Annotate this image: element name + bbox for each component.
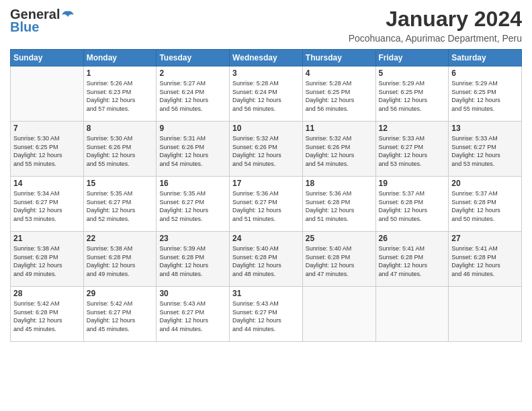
table-row: 6Sunrise: 5:29 AMSunset: 6:25 PMDaylight… (449, 66, 522, 122)
day-number: 24 (232, 234, 300, 243)
calendar-header-row: Sunday Monday Tuesday Wednesday Thursday… (11, 50, 522, 66)
day-info: Sunrise: 5:29 AMSunset: 6:25 PMDaylight:… (379, 79, 446, 113)
table-row: 9Sunrise: 5:31 AMSunset: 6:26 PMDaylight… (157, 122, 230, 177)
table-row: 23Sunrise: 5:39 AMSunset: 6:28 PMDayligh… (157, 232, 230, 287)
day-number: 9 (159, 124, 226, 133)
day-info: Sunrise: 5:30 AMSunset: 6:26 PMDaylight:… (87, 134, 154, 168)
logo: General Blue (10, 7, 75, 35)
day-number: 2 (159, 68, 226, 78)
table-row: 7Sunrise: 5:30 AMSunset: 6:25 PMDaylight… (11, 122, 84, 177)
table-row: 20Sunrise: 5:37 AMSunset: 6:28 PMDayligh… (449, 177, 522, 232)
calendar-week-row: 1Sunrise: 5:26 AMSunset: 6:23 PMDaylight… (11, 66, 522, 122)
table-row: 25Sunrise: 5:40 AMSunset: 6:28 PMDayligh… (302, 232, 375, 287)
day-number: 5 (379, 68, 446, 78)
col-thursday: Thursday (302, 50, 375, 66)
day-info: Sunrise: 5:41 AMSunset: 6:28 PMDaylight:… (379, 244, 446, 278)
day-number: 21 (13, 234, 81, 243)
day-info: Sunrise: 5:29 AMSunset: 6:25 PMDaylight:… (451, 79, 519, 113)
day-info: Sunrise: 5:26 AMSunset: 6:23 PMDaylight:… (87, 79, 154, 113)
day-number: 6 (451, 68, 519, 78)
day-info: Sunrise: 5:43 AMSunset: 6:27 PMDaylight:… (159, 300, 226, 333)
day-number: 13 (451, 124, 519, 133)
day-number: 31 (232, 289, 300, 298)
day-number: 26 (379, 234, 446, 243)
table-row: 5Sunrise: 5:29 AMSunset: 6:25 PMDaylight… (375, 66, 449, 122)
table-row: 24Sunrise: 5:40 AMSunset: 6:28 PMDayligh… (230, 232, 303, 287)
table-row (302, 287, 375, 342)
calendar-week-row: 28Sunrise: 5:42 AMSunset: 6:28 PMDayligh… (11, 287, 522, 342)
table-row: 14Sunrise: 5:34 AMSunset: 6:27 PMDayligh… (11, 177, 84, 232)
day-number: 7 (13, 124, 81, 133)
day-info: Sunrise: 5:34 AMSunset: 6:27 PMDaylight:… (13, 189, 81, 223)
day-info: Sunrise: 5:28 AMSunset: 6:24 PMDaylight:… (232, 79, 300, 113)
logo-bird-icon (61, 10, 75, 19)
calendar-table: Sunday Monday Tuesday Wednesday Thursday… (10, 49, 522, 342)
day-info: Sunrise: 5:32 AMSunset: 6:26 PMDaylight:… (306, 134, 373, 168)
day-number: 29 (87, 289, 154, 298)
table-row (449, 287, 522, 342)
day-info: Sunrise: 5:27 AMSunset: 6:24 PMDaylight:… (159, 79, 226, 113)
table-row: 12Sunrise: 5:33 AMSunset: 6:27 PMDayligh… (375, 122, 449, 177)
day-info: Sunrise: 5:40 AMSunset: 6:28 PMDaylight:… (306, 244, 373, 278)
table-row: 27Sunrise: 5:41 AMSunset: 6:28 PMDayligh… (449, 232, 522, 287)
table-row: 19Sunrise: 5:37 AMSunset: 6:28 PMDayligh… (375, 177, 449, 232)
table-row: 15Sunrise: 5:35 AMSunset: 6:27 PMDayligh… (83, 177, 157, 232)
day-number: 27 (451, 234, 519, 243)
col-monday: Monday (83, 50, 157, 66)
col-wednesday: Wednesday (230, 50, 303, 66)
day-info: Sunrise: 5:41 AMSunset: 6:28 PMDaylight:… (451, 244, 519, 278)
day-number: 12 (379, 124, 446, 133)
table-row (375, 287, 449, 342)
day-number: 28 (13, 289, 81, 298)
day-number: 18 (306, 179, 373, 188)
location-subtitle: Pocohuanca, Apurimac Department, Peru (349, 33, 522, 44)
day-info: Sunrise: 5:40 AMSunset: 6:28 PMDaylight:… (232, 244, 300, 278)
table-row: 26Sunrise: 5:41 AMSunset: 6:28 PMDayligh… (375, 232, 449, 287)
table-row: 10Sunrise: 5:32 AMSunset: 6:26 PMDayligh… (230, 122, 303, 177)
day-info: Sunrise: 5:37 AMSunset: 6:28 PMDaylight:… (379, 189, 446, 223)
table-row: 22Sunrise: 5:38 AMSunset: 6:28 PMDayligh… (83, 232, 157, 287)
day-number: 23 (159, 234, 226, 243)
day-number: 14 (13, 179, 81, 188)
day-number: 30 (159, 289, 226, 298)
day-info: Sunrise: 5:42 AMSunset: 6:28 PMDaylight:… (13, 300, 81, 333)
day-number: 19 (379, 179, 446, 188)
day-info: Sunrise: 5:28 AMSunset: 6:25 PMDaylight:… (306, 79, 373, 113)
table-row: 21Sunrise: 5:38 AMSunset: 6:28 PMDayligh… (11, 232, 84, 287)
calendar-week-row: 7Sunrise: 5:30 AMSunset: 6:25 PMDaylight… (11, 122, 522, 177)
table-row: 3Sunrise: 5:28 AMSunset: 6:24 PMDaylight… (230, 66, 303, 122)
page: General Blue January 2024 Pocohuanca, Ap… (0, 0, 532, 411)
title-block: January 2024 Pocohuanca, Apurimac Depart… (349, 7, 522, 44)
table-row: 8Sunrise: 5:30 AMSunset: 6:26 PMDaylight… (83, 122, 157, 177)
table-row: 29Sunrise: 5:42 AMSunset: 6:27 PMDayligh… (83, 287, 157, 342)
day-number: 11 (306, 124, 373, 133)
day-info: Sunrise: 5:36 AMSunset: 6:27 PMDaylight:… (232, 189, 300, 223)
day-info: Sunrise: 5:32 AMSunset: 6:26 PMDaylight:… (232, 134, 300, 168)
day-number: 15 (87, 179, 154, 188)
day-number: 25 (306, 234, 373, 243)
day-info: Sunrise: 5:36 AMSunset: 6:28 PMDaylight:… (306, 189, 373, 223)
calendar-week-row: 21Sunrise: 5:38 AMSunset: 6:28 PMDayligh… (11, 232, 522, 287)
day-info: Sunrise: 5:39 AMSunset: 6:28 PMDaylight:… (159, 244, 226, 278)
day-number: 8 (87, 124, 154, 133)
table-row: 11Sunrise: 5:32 AMSunset: 6:26 PMDayligh… (302, 122, 375, 177)
day-info: Sunrise: 5:38 AMSunset: 6:28 PMDaylight:… (87, 244, 154, 278)
month-title: January 2024 (349, 7, 522, 32)
table-row: 4Sunrise: 5:28 AMSunset: 6:25 PMDaylight… (302, 66, 375, 122)
col-sunday: Sunday (11, 50, 84, 66)
table-row: 1Sunrise: 5:26 AMSunset: 6:23 PMDaylight… (83, 66, 157, 122)
day-info: Sunrise: 5:33 AMSunset: 6:27 PMDaylight:… (379, 134, 446, 168)
day-number: 4 (306, 68, 373, 78)
day-number: 20 (451, 179, 519, 188)
table-row (11, 66, 84, 122)
day-info: Sunrise: 5:35 AMSunset: 6:27 PMDaylight:… (159, 189, 226, 223)
table-row: 16Sunrise: 5:35 AMSunset: 6:27 PMDayligh… (157, 177, 230, 232)
col-saturday: Saturday (449, 50, 522, 66)
day-number: 1 (87, 68, 154, 78)
day-info: Sunrise: 5:42 AMSunset: 6:27 PMDaylight:… (87, 300, 154, 333)
table-row: 18Sunrise: 5:36 AMSunset: 6:28 PMDayligh… (302, 177, 375, 232)
table-row: 17Sunrise: 5:36 AMSunset: 6:27 PMDayligh… (230, 177, 303, 232)
table-row: 28Sunrise: 5:42 AMSunset: 6:28 PMDayligh… (11, 287, 84, 342)
day-info: Sunrise: 5:38 AMSunset: 6:28 PMDaylight:… (13, 244, 81, 278)
day-number: 16 (159, 179, 226, 188)
